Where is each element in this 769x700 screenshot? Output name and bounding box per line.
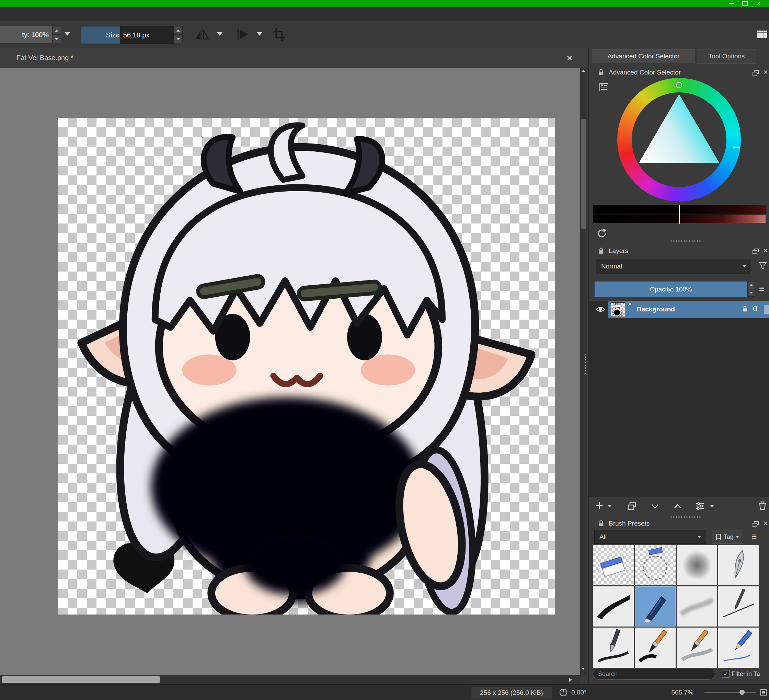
opacity-spinner xyxy=(52,26,61,43)
float-docker-icon[interactable] xyxy=(752,521,759,527)
add-layer-dropdown[interactable] xyxy=(608,505,611,507)
shade-marker[interactable] xyxy=(679,204,680,224)
filter-funnel-icon[interactable] xyxy=(758,262,767,270)
tab-tool-options[interactable]: Tool Options xyxy=(697,49,756,63)
close-docker-icon[interactable]: × xyxy=(763,518,768,528)
filter-in-tag-checkbox[interactable]: ✓ xyxy=(722,670,729,678)
alpha-lock-icon[interactable]: α xyxy=(753,304,757,313)
lock-icon[interactable] xyxy=(598,247,605,256)
float-docker-icon[interactable] xyxy=(752,248,759,254)
panel-splitter-handle[interactable] xyxy=(585,354,586,374)
zoom-slider[interactable] xyxy=(705,692,756,693)
layer-thumbnail[interactable] xyxy=(611,303,625,317)
mirror-vertical-dropdown[interactable] xyxy=(257,32,262,36)
brush-preset-round-brush[interactable] xyxy=(635,628,676,668)
document-size-info: 256 x 256 (256.0 KiB) xyxy=(471,687,552,699)
workspace-chooser-button[interactable] xyxy=(757,29,767,40)
brush-search-input[interactable] xyxy=(593,668,715,680)
scroll-up-icon[interactable] xyxy=(582,70,585,72)
brush-preset-pen-selected[interactable] xyxy=(635,586,676,626)
delete-layer-trash-icon[interactable] xyxy=(758,500,767,511)
refresh-icon[interactable] xyxy=(596,228,607,239)
close-docker-icon[interactable]: × xyxy=(763,246,768,256)
crop-tool-button[interactable] xyxy=(272,27,286,42)
layer-properties-icon[interactable] xyxy=(695,501,705,511)
move-layer-up-icon[interactable] xyxy=(673,502,682,511)
maximize-icon xyxy=(742,1,748,6)
layer-options-menu-icon[interactable]: ≡ xyxy=(759,284,764,293)
saturation-value-triangle[interactable] xyxy=(617,78,741,201)
tab-advanced-color-selector[interactable]: Advanced Color Selector xyxy=(592,49,695,63)
size-spin-up-button[interactable] xyxy=(174,26,183,35)
brush-preset-ink-pen[interactable] xyxy=(718,545,759,585)
docker-drag-handle[interactable] xyxy=(671,517,701,518)
brush-size-label: Size: 56.18 px xyxy=(106,31,150,39)
float-docker-icon[interactable] xyxy=(752,70,759,76)
opacity-spin-up-button[interactable] xyxy=(52,26,61,35)
opacity-dropdown-button[interactable] xyxy=(64,32,70,36)
brush-preset-fineliner[interactable] xyxy=(718,586,759,626)
scroll-down-icon[interactable] xyxy=(582,668,585,670)
layer-opacity-slider[interactable]: Opacity: 100% xyxy=(594,281,747,297)
color-selector-settings-icon[interactable] xyxy=(599,82,609,92)
opacity-spin-down-button[interactable] xyxy=(52,35,61,43)
brush-preset-pencil-blue[interactable] xyxy=(718,628,759,668)
maximize-button[interactable] xyxy=(738,0,752,7)
brush-preset-soft-brush[interactable] xyxy=(677,586,718,626)
mirror-horizontal-button[interactable] xyxy=(194,27,210,43)
blend-mode-select[interactable]: Normal xyxy=(596,259,751,274)
add-layer-button[interactable]: + xyxy=(596,497,603,513)
minimize-icon xyxy=(729,3,734,4)
layer-extra-icon[interactable] xyxy=(764,305,769,314)
vertical-scrollbar-thumb[interactable] xyxy=(581,119,586,229)
drawing-canvas[interactable] xyxy=(58,118,555,615)
minimize-button[interactable] xyxy=(724,0,738,7)
layer-visibility-eye-icon[interactable] xyxy=(596,306,605,313)
opacity-up-button[interactable] xyxy=(747,281,755,289)
lock-icon[interactable] xyxy=(598,69,605,77)
opacity-spinbox[interactable]: ty: 100% xyxy=(0,26,52,43)
brush-size-slider[interactable]: Size: 56.18 px xyxy=(81,26,174,44)
brush-preset-airbrush-soft[interactable] xyxy=(677,545,718,585)
horizontal-scrollbar-thumb[interactable] xyxy=(2,676,160,683)
inherit-alpha-icon[interactable] xyxy=(627,301,633,307)
presets-menu-icon[interactable]: ≡ xyxy=(751,532,757,541)
brush-tag-filter-select[interactable]: All xyxy=(594,530,706,544)
canvas-area: Fat Vei Base.png * × xyxy=(0,48,587,684)
move-layer-down-icon[interactable] xyxy=(651,502,660,511)
document-tab-title: Fat Vei Base.png * xyxy=(16,48,74,68)
document-tabbar[interactable]: Fat Vei Base.png * × xyxy=(0,48,587,68)
tab-label: Tool Options xyxy=(709,53,745,60)
zoom-slider-thumb[interactable] xyxy=(740,690,745,695)
chevron-down-icon xyxy=(698,536,701,538)
mirror-horizontal-dropdown[interactable] xyxy=(217,32,222,36)
horizontal-scrollbar[interactable] xyxy=(0,675,580,684)
mirror-vertical-button[interactable] xyxy=(235,27,251,43)
document-close-button[interactable]: × xyxy=(562,51,577,65)
canvas-rotation-knob-icon[interactable] xyxy=(559,688,568,697)
opacity-down-button[interactable] xyxy=(747,289,755,297)
filter-in-tag-label: Filter in Ta xyxy=(732,670,760,678)
rotation-angle-value: 0.00° xyxy=(571,685,587,700)
docker-drag-handle[interactable] xyxy=(671,240,701,242)
brush-preset-basic-brush[interactable] xyxy=(593,586,634,626)
size-spin-down-button[interactable] xyxy=(174,35,183,43)
zoom-to-fit-icon[interactable] xyxy=(760,689,767,696)
brush-preset-eraser-hard[interactable] xyxy=(593,545,634,585)
scroll-right-icon[interactable] xyxy=(569,678,572,682)
tag-button[interactable]: Tag xyxy=(712,530,743,544)
chevron-down-icon xyxy=(257,32,262,36)
layer-lock-icon[interactable] xyxy=(742,306,748,313)
layer-row-background[interactable]: Background α xyxy=(589,301,769,318)
brush-preset-calligraphy-pen[interactable] xyxy=(593,628,634,668)
close-docker-icon[interactable]: × xyxy=(763,67,768,77)
duplicate-layer-icon[interactable] xyxy=(627,501,637,511)
status-bar: 256 x 256 (256.0 KiB) 0.00° 565.7% xyxy=(0,684,769,700)
brush-preset-eraser-circle[interactable] xyxy=(635,545,676,585)
lock-icon[interactable] xyxy=(598,520,605,528)
brush-preset-dry-brush[interactable] xyxy=(677,628,718,668)
brush-filter-value: All xyxy=(599,533,607,541)
properties-dropdown[interactable] xyxy=(710,505,714,507)
vertical-scrollbar[interactable] xyxy=(580,68,587,675)
close-button[interactable]: × xyxy=(752,0,766,7)
